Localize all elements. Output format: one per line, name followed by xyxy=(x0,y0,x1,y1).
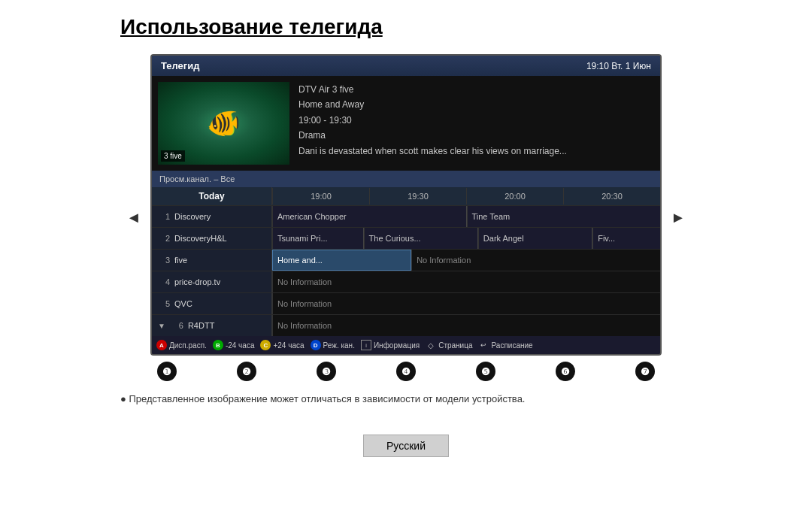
program-curious[interactable]: The Curious... xyxy=(364,228,477,249)
program-no-info-4: No Information xyxy=(272,271,660,292)
program-home-away[interactable]: Home and... xyxy=(272,250,411,271)
programs-1: American Chopper Tine Team xyxy=(272,206,660,227)
btn-schedule-label: Расписание xyxy=(491,341,532,350)
note-section: ● Представленное изображение может отлич… xyxy=(120,393,525,404)
btn-plus24-label: +24 часа xyxy=(273,341,304,350)
callout-6: ❻ xyxy=(556,362,575,381)
btn-yellow-circle: С xyxy=(260,340,271,350)
programs-2: Tsunami Pri... The Curious... Dark Angel… xyxy=(272,228,660,249)
channel-name-1: Discovery xyxy=(174,212,211,221)
btn-schedule-icon: ↩ xyxy=(478,340,489,350)
channel-name-4: price-drop.tv xyxy=(174,277,220,286)
program-american-chopper[interactable]: American Chopper xyxy=(272,206,466,227)
channel-info-3[interactable]: 3 five xyxy=(152,250,272,271)
program-tine-team[interactable]: Tine Team xyxy=(467,206,661,227)
time-slots: 19:00 19:30 20:00 20:30 xyxy=(272,187,660,205)
timeline-header: Today 19:00 19:30 20:00 20:30 xyxy=(152,187,660,205)
preview-image: 🐠 3 five xyxy=(158,82,289,165)
preview-time: 19:00 - 19:30 xyxy=(298,113,567,128)
channel-name-3: five xyxy=(174,256,187,265)
note-text: Представленное изображение может отличат… xyxy=(129,393,525,404)
program-dark-angel[interactable]: Dark Angel xyxy=(478,228,592,249)
bullet: ● xyxy=(120,393,129,404)
channel-info-5[interactable]: 5 QVC xyxy=(152,293,272,314)
filter-bar[interactable]: Просм.канал. – Все xyxy=(152,171,660,187)
btn-green-circle: В xyxy=(213,340,223,350)
channel-info-2[interactable]: 2 DiscoveryH&L xyxy=(152,228,272,249)
callout-1: ❶ xyxy=(157,362,177,381)
tv-guide-box: Телегид 19:10 Вт. 1 Июн 🐠 3 five DTV Air… xyxy=(150,54,662,356)
callout-5: ❺ xyxy=(476,362,495,381)
channel-info-4[interactable]: 4 price-drop.tv xyxy=(152,271,272,292)
prev-arrow[interactable]: ◄ xyxy=(125,203,143,233)
time-1900: 19:00 xyxy=(272,188,369,204)
channel-row-6: ▼ 6 R4DTT No Information xyxy=(152,314,660,336)
channel-arrow-6: ▼ xyxy=(158,322,165,330)
channel-name-2: DiscoveryH&L xyxy=(174,234,227,243)
bottom-bar: А Дисп.расп. В -24 часа С +24 часа D Реж… xyxy=(152,336,660,354)
preview-section: 🐠 3 five DTV Air 3 five Home and Away 19… xyxy=(152,76,660,171)
btn-page[interactable]: ◇ Страница xyxy=(426,340,472,350)
btn-plus24[interactable]: С +24 часа xyxy=(260,340,304,350)
guide-label: Телегид xyxy=(161,60,200,71)
preview-description: Dani is devastated when scott makes clea… xyxy=(298,144,567,159)
program-tsunami[interactable]: Tsunami Pri... xyxy=(272,228,363,249)
programs-3: Home and... No Information xyxy=(272,250,660,271)
callout-2: ❷ xyxy=(237,362,256,381)
preview-channel: DTV Air 3 five xyxy=(298,82,567,97)
program-no-info-6: No Information xyxy=(272,315,660,336)
callout-3: ❸ xyxy=(317,362,336,381)
channel-info-1[interactable]: 1 Discovery xyxy=(152,206,272,227)
time-2030: 20:30 xyxy=(563,188,660,204)
programs-5: No Information xyxy=(272,293,660,314)
channel-num-1: 1 xyxy=(158,212,170,221)
language-button[interactable]: Русский xyxy=(363,435,449,457)
channel-num-3: 3 xyxy=(158,256,170,265)
channel-num-2: 2 xyxy=(158,234,170,243)
preview-show: Home and Away xyxy=(298,97,567,112)
channel-num-6: 6 xyxy=(171,321,183,330)
channel-row-1: 1 Discovery American Chopper Tine Team xyxy=(152,205,660,227)
page-title: Использование телегида xyxy=(120,15,383,39)
channel-name-6: R4DTT xyxy=(188,321,214,330)
programs-4: No Information xyxy=(272,271,660,292)
btn-schedule[interactable]: ↩ Расписание xyxy=(478,340,532,350)
channel-badge: 3 five xyxy=(161,150,185,162)
channel-row-5: 5 QVC No Information xyxy=(152,292,660,314)
btn-mode-label: Реж. кан. xyxy=(323,341,355,350)
btn-info[interactable]: i Информация xyxy=(361,340,420,350)
today-label: Today xyxy=(152,187,272,205)
time-2000: 20:00 xyxy=(466,188,563,204)
channel-num-4: 4 xyxy=(158,277,170,286)
channel-row-4: 4 price-drop.tv No Information xyxy=(152,271,660,292)
btn-mode[interactable]: D Реж. кан. xyxy=(311,340,355,350)
program-no-info-3: No Information xyxy=(411,250,660,271)
callout-7: ❼ xyxy=(635,362,655,381)
preview-genre: Drama xyxy=(298,128,567,143)
btn-page-label: Страница xyxy=(438,341,472,350)
btn-blue-circle: D xyxy=(311,340,321,350)
time-1930: 19:30 xyxy=(369,188,466,204)
btn-info-icon: i xyxy=(361,340,371,350)
program-fiv[interactable]: Fiv... xyxy=(592,228,660,249)
channel-num-5: 5 xyxy=(158,299,170,308)
btn-page-icon: ◇ xyxy=(426,340,436,350)
channel-row-2: 2 DiscoveryH&L Tsunami Pri... The Curiou… xyxy=(152,227,660,249)
btn-red-circle: А xyxy=(156,340,167,350)
btn-minus24[interactable]: В -24 часа xyxy=(213,340,255,350)
guide-datetime: 19:10 Вт. 1 Июн xyxy=(586,61,651,71)
btn-disp[interactable]: А Дисп.расп. xyxy=(156,340,207,350)
channel-info-6[interactable]: ▼ 6 R4DTT xyxy=(152,315,272,336)
program-no-info-5: No Information xyxy=(272,293,660,314)
callout-4: ❹ xyxy=(396,362,416,381)
btn-disp-label: Дисп.расп. xyxy=(169,341,207,350)
channel-name-5: QVC xyxy=(174,299,192,308)
channel-row-3: 3 five Home and... No Information xyxy=(152,249,660,271)
programs-6: No Information xyxy=(272,315,660,336)
btn-info-label: Информация xyxy=(374,341,420,350)
callout-row: ❶ ❷ ❸ ❹ ❺ ❻ ❼ xyxy=(150,362,662,381)
main-container: ◄ Телегид 19:10 Вт. 1 Июн 🐠 3 five DTV A… xyxy=(30,54,782,381)
preview-info: DTV Air 3 five Home and Away 19:00 - 19:… xyxy=(298,82,567,165)
guide-header: Телегид 19:10 Вт. 1 Июн xyxy=(152,56,660,76)
next-arrow[interactable]: ► xyxy=(669,203,687,233)
